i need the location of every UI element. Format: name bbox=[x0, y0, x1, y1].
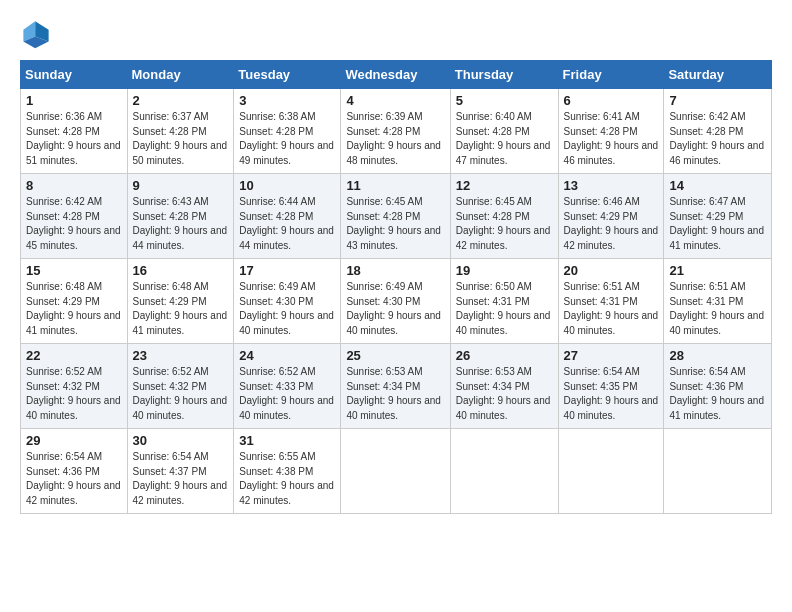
day-number: 28 bbox=[669, 348, 766, 363]
col-header-thursday: Thursday bbox=[450, 61, 558, 89]
day-number: 14 bbox=[669, 178, 766, 193]
day-cell: 8Sunrise: 6:42 AMSunset: 4:28 PMDaylight… bbox=[21, 174, 128, 259]
day-info: Sunrise: 6:40 AMSunset: 4:28 PMDaylight:… bbox=[456, 110, 553, 168]
day-cell: 30Sunrise: 6:54 AMSunset: 4:37 PMDayligh… bbox=[127, 429, 234, 514]
week-row-3: 15Sunrise: 6:48 AMSunset: 4:29 PMDayligh… bbox=[21, 259, 772, 344]
day-number: 4 bbox=[346, 93, 444, 108]
day-cell: 9Sunrise: 6:43 AMSunset: 4:28 PMDaylight… bbox=[127, 174, 234, 259]
day-info: Sunrise: 6:42 AMSunset: 4:28 PMDaylight:… bbox=[669, 110, 766, 168]
col-header-monday: Monday bbox=[127, 61, 234, 89]
day-cell: 14Sunrise: 6:47 AMSunset: 4:29 PMDayligh… bbox=[664, 174, 772, 259]
day-number: 24 bbox=[239, 348, 335, 363]
day-number: 25 bbox=[346, 348, 444, 363]
day-cell: 5Sunrise: 6:40 AMSunset: 4:28 PMDaylight… bbox=[450, 89, 558, 174]
day-info: Sunrise: 6:48 AMSunset: 4:29 PMDaylight:… bbox=[26, 280, 122, 338]
day-info: Sunrise: 6:38 AMSunset: 4:28 PMDaylight:… bbox=[239, 110, 335, 168]
col-header-friday: Friday bbox=[558, 61, 664, 89]
col-header-sunday: Sunday bbox=[21, 61, 128, 89]
day-cell bbox=[664, 429, 772, 514]
day-info: Sunrise: 6:48 AMSunset: 4:29 PMDaylight:… bbox=[133, 280, 229, 338]
day-cell: 7Sunrise: 6:42 AMSunset: 4:28 PMDaylight… bbox=[664, 89, 772, 174]
day-info: Sunrise: 6:42 AMSunset: 4:28 PMDaylight:… bbox=[26, 195, 122, 253]
week-row-4: 22Sunrise: 6:52 AMSunset: 4:32 PMDayligh… bbox=[21, 344, 772, 429]
day-cell: 23Sunrise: 6:52 AMSunset: 4:32 PMDayligh… bbox=[127, 344, 234, 429]
day-cell: 19Sunrise: 6:50 AMSunset: 4:31 PMDayligh… bbox=[450, 259, 558, 344]
day-info: Sunrise: 6:39 AMSunset: 4:28 PMDaylight:… bbox=[346, 110, 444, 168]
day-cell: 17Sunrise: 6:49 AMSunset: 4:30 PMDayligh… bbox=[234, 259, 341, 344]
day-cell: 18Sunrise: 6:49 AMSunset: 4:30 PMDayligh… bbox=[341, 259, 450, 344]
day-cell: 15Sunrise: 6:48 AMSunset: 4:29 PMDayligh… bbox=[21, 259, 128, 344]
col-header-wednesday: Wednesday bbox=[341, 61, 450, 89]
day-cell bbox=[558, 429, 664, 514]
day-cell: 25Sunrise: 6:53 AMSunset: 4:34 PMDayligh… bbox=[341, 344, 450, 429]
day-number: 8 bbox=[26, 178, 122, 193]
logo bbox=[20, 18, 56, 50]
page: SundayMondayTuesdayWednesdayThursdayFrid… bbox=[0, 0, 792, 612]
col-header-saturday: Saturday bbox=[664, 61, 772, 89]
day-info: Sunrise: 6:54 AMSunset: 4:37 PMDaylight:… bbox=[133, 450, 229, 508]
day-info: Sunrise: 6:37 AMSunset: 4:28 PMDaylight:… bbox=[133, 110, 229, 168]
day-cell: 3Sunrise: 6:38 AMSunset: 4:28 PMDaylight… bbox=[234, 89, 341, 174]
day-number: 18 bbox=[346, 263, 444, 278]
day-info: Sunrise: 6:52 AMSunset: 4:32 PMDaylight:… bbox=[26, 365, 122, 423]
day-info: Sunrise: 6:50 AMSunset: 4:31 PMDaylight:… bbox=[456, 280, 553, 338]
header bbox=[20, 18, 772, 50]
week-row-2: 8Sunrise: 6:42 AMSunset: 4:28 PMDaylight… bbox=[21, 174, 772, 259]
day-number: 2 bbox=[133, 93, 229, 108]
day-number: 27 bbox=[564, 348, 659, 363]
header-row: SundayMondayTuesdayWednesdayThursdayFrid… bbox=[21, 61, 772, 89]
day-info: Sunrise: 6:54 AMSunset: 4:36 PMDaylight:… bbox=[669, 365, 766, 423]
day-info: Sunrise: 6:53 AMSunset: 4:34 PMDaylight:… bbox=[346, 365, 444, 423]
day-number: 12 bbox=[456, 178, 553, 193]
week-row-1: 1Sunrise: 6:36 AMSunset: 4:28 PMDaylight… bbox=[21, 89, 772, 174]
day-cell: 4Sunrise: 6:39 AMSunset: 4:28 PMDaylight… bbox=[341, 89, 450, 174]
week-row-5: 29Sunrise: 6:54 AMSunset: 4:36 PMDayligh… bbox=[21, 429, 772, 514]
day-info: Sunrise: 6:36 AMSunset: 4:28 PMDaylight:… bbox=[26, 110, 122, 168]
day-info: Sunrise: 6:43 AMSunset: 4:28 PMDaylight:… bbox=[133, 195, 229, 253]
day-cell: 22Sunrise: 6:52 AMSunset: 4:32 PMDayligh… bbox=[21, 344, 128, 429]
day-number: 21 bbox=[669, 263, 766, 278]
day-number: 7 bbox=[669, 93, 766, 108]
day-info: Sunrise: 6:54 AMSunset: 4:35 PMDaylight:… bbox=[564, 365, 659, 423]
day-info: Sunrise: 6:44 AMSunset: 4:28 PMDaylight:… bbox=[239, 195, 335, 253]
day-number: 26 bbox=[456, 348, 553, 363]
day-cell: 13Sunrise: 6:46 AMSunset: 4:29 PMDayligh… bbox=[558, 174, 664, 259]
day-cell: 6Sunrise: 6:41 AMSunset: 4:28 PMDaylight… bbox=[558, 89, 664, 174]
day-cell bbox=[450, 429, 558, 514]
day-cell: 10Sunrise: 6:44 AMSunset: 4:28 PMDayligh… bbox=[234, 174, 341, 259]
day-info: Sunrise: 6:45 AMSunset: 4:28 PMDaylight:… bbox=[456, 195, 553, 253]
day-cell: 12Sunrise: 6:45 AMSunset: 4:28 PMDayligh… bbox=[450, 174, 558, 259]
day-cell: 16Sunrise: 6:48 AMSunset: 4:29 PMDayligh… bbox=[127, 259, 234, 344]
day-number: 10 bbox=[239, 178, 335, 193]
day-number: 9 bbox=[133, 178, 229, 193]
day-info: Sunrise: 6:46 AMSunset: 4:29 PMDaylight:… bbox=[564, 195, 659, 253]
day-cell bbox=[341, 429, 450, 514]
day-cell: 2Sunrise: 6:37 AMSunset: 4:28 PMDaylight… bbox=[127, 89, 234, 174]
day-number: 31 bbox=[239, 433, 335, 448]
day-info: Sunrise: 6:49 AMSunset: 4:30 PMDaylight:… bbox=[346, 280, 444, 338]
day-info: Sunrise: 6:41 AMSunset: 4:28 PMDaylight:… bbox=[564, 110, 659, 168]
day-info: Sunrise: 6:45 AMSunset: 4:28 PMDaylight:… bbox=[346, 195, 444, 253]
day-number: 1 bbox=[26, 93, 122, 108]
day-number: 6 bbox=[564, 93, 659, 108]
day-cell: 21Sunrise: 6:51 AMSunset: 4:31 PMDayligh… bbox=[664, 259, 772, 344]
day-cell: 27Sunrise: 6:54 AMSunset: 4:35 PMDayligh… bbox=[558, 344, 664, 429]
day-info: Sunrise: 6:55 AMSunset: 4:38 PMDaylight:… bbox=[239, 450, 335, 508]
calendar-table: SundayMondayTuesdayWednesdayThursdayFrid… bbox=[20, 60, 772, 514]
day-info: Sunrise: 6:51 AMSunset: 4:31 PMDaylight:… bbox=[669, 280, 766, 338]
day-cell: 1Sunrise: 6:36 AMSunset: 4:28 PMDaylight… bbox=[21, 89, 128, 174]
day-number: 22 bbox=[26, 348, 122, 363]
day-info: Sunrise: 6:52 AMSunset: 4:33 PMDaylight:… bbox=[239, 365, 335, 423]
day-number: 16 bbox=[133, 263, 229, 278]
day-number: 20 bbox=[564, 263, 659, 278]
day-cell: 20Sunrise: 6:51 AMSunset: 4:31 PMDayligh… bbox=[558, 259, 664, 344]
day-number: 13 bbox=[564, 178, 659, 193]
day-number: 15 bbox=[26, 263, 122, 278]
day-info: Sunrise: 6:49 AMSunset: 4:30 PMDaylight:… bbox=[239, 280, 335, 338]
day-number: 30 bbox=[133, 433, 229, 448]
day-cell: 26Sunrise: 6:53 AMSunset: 4:34 PMDayligh… bbox=[450, 344, 558, 429]
day-info: Sunrise: 6:52 AMSunset: 4:32 PMDaylight:… bbox=[133, 365, 229, 423]
day-info: Sunrise: 6:53 AMSunset: 4:34 PMDaylight:… bbox=[456, 365, 553, 423]
day-number: 29 bbox=[26, 433, 122, 448]
logo-icon bbox=[20, 18, 52, 50]
